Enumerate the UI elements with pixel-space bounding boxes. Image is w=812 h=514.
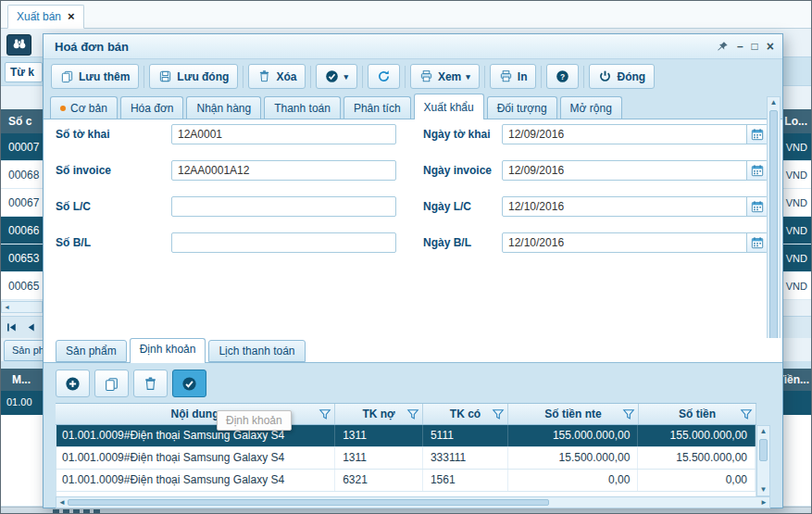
toolbar-luu-them-button[interactable]: Lưu thêm <box>51 64 139 89</box>
tab-co-ban[interactable]: Cơ bản <box>50 96 118 119</box>
calendar-button[interactable] <box>746 125 767 144</box>
grid-row[interactable]: 01.001.0009#Điện thoại Samsung Galaxy S4… <box>56 425 756 447</box>
bg-row-currency: VND <box>786 253 807 264</box>
bg-row-number: 00065 <box>8 280 39 293</box>
caret-down-icon: ▾ <box>344 72 348 81</box>
toolbar-luu-dong-label: Lưu đóng <box>177 70 229 83</box>
tab-xuat-ban[interactable]: Xuất bán× <box>7 5 84 29</box>
grid-cell: 1561 <box>423 470 508 491</box>
scroll-left-icon[interactable]: ◄ <box>58 497 66 508</box>
tab-nhan-hang[interactable]: Nhận hàng <box>186 96 261 119</box>
form-area: Số tờ khaiNgày tờ khaiSố invoiceNgày inv… <box>44 119 782 338</box>
tab-label: Thanh toán <box>274 98 331 119</box>
filter-icon[interactable] <box>406 407 419 420</box>
tab-xuat-khau[interactable]: Xuất khẩu <box>414 94 484 119</box>
dialog-toolbar: Lưu thêmLưu đóngXóa▾Xem▾In?Đóng <box>44 59 782 94</box>
calendar-icon <box>751 200 764 213</box>
filter-icon[interactable] <box>492 407 505 420</box>
grid-cell: 1311 <box>335 425 423 446</box>
grid-hscrollbar[interactable]: ◄ ► <box>56 496 770 508</box>
tab-label: Hóa đơn <box>131 98 174 119</box>
status-icon <box>83 509 90 514</box>
detail-tab-dinh-khoan[interactable]: Định khoản <box>130 338 206 363</box>
toolbar-dong-button[interactable]: Đóng <box>589 64 655 89</box>
first-page-button[interactable] <box>6 321 18 333</box>
scroll-thumb[interactable] <box>759 439 768 461</box>
input-so-invoice[interactable] <box>171 160 396 181</box>
toolbar-xoa-button[interactable]: Xóa <box>248 64 306 89</box>
grid-delete-button[interactable] <box>133 370 168 397</box>
scroll-up-icon[interactable]: ▲ <box>770 97 778 108</box>
grid-body: 01.001.0009#Điện thoại Samsung Galaxy S4… <box>56 425 756 496</box>
tab-phan-tich[interactable]: Phân tích <box>344 96 411 119</box>
toolbar-help-button[interactable]: ? <box>546 64 579 89</box>
field-label: Số B/L <box>56 235 176 250</box>
detail-tab-san-pham[interactable]: Sản phẩm <box>56 340 127 362</box>
pin-icon[interactable] <box>717 41 729 53</box>
grid-vscrollbar[interactable]: ▲ ▼ <box>756 425 770 496</box>
search-button[interactable] <box>6 34 31 56</box>
grid-cell: 01.001.0009#Điện thoại Samsung Galaxy S4 <box>56 447 335 469</box>
filter-icon[interactable] <box>740 407 753 420</box>
filter-field[interactable]: Từ k <box>5 62 43 82</box>
bg-row-number: 00653 <box>8 252 39 265</box>
input-so-l-c[interactable] <box>171 196 396 217</box>
tab-close-icon[interactable]: × <box>68 9 75 23</box>
toolbar-approve-button[interactable]: ▾ <box>316 64 357 89</box>
dialog-window-controls: –□× <box>717 40 782 53</box>
input-ngay-b-l[interactable] <box>503 233 746 252</box>
detail-tab-lich-thanh-toan[interactable]: Lịch thanh toán <box>208 340 305 362</box>
form-scrollbar[interactable]: ▲ ▼ <box>767 96 781 362</box>
input-so-to-khai[interactable] <box>171 124 396 144</box>
grid-cell: 01.001.0009#Điện thoại Samsung Galaxy S4 <box>56 425 335 446</box>
calendar-button[interactable] <box>746 197 767 216</box>
input-ngay-l-c[interactable] <box>503 197 746 216</box>
dialog-titlebar[interactable]: Hoá đơn bán –□× <box>44 34 782 59</box>
toolbar-xem-label: Xem <box>438 70 461 83</box>
bg-row-currency: VND <box>786 197 807 208</box>
minimize-icon[interactable]: – <box>737 40 743 53</box>
scroll-thumb[interactable] <box>68 499 549 506</box>
scroll-up-icon[interactable]: ▲ <box>760 426 768 437</box>
tab-thanh-toan[interactable]: Thanh toán <box>264 96 341 119</box>
grid-column-header-so-tien-nte: Số tiền nte <box>508 404 639 424</box>
calendar-icon <box>751 128 764 141</box>
bg-row-currency: VND <box>786 281 807 292</box>
grid-column-header-tk-co: TK có <box>423 404 508 424</box>
scroll-left-icon[interactable]: ◄ <box>4 304 10 310</box>
tab-doi-tuong[interactable]: Đối tượng <box>487 96 557 119</box>
input-ngay-to-khai[interactable] <box>503 125 746 144</box>
grid-cell: 1311 <box>335 447 423 469</box>
toolbar-in-button[interactable]: In <box>490 64 537 89</box>
bg-mini-scrollbar[interactable]: ◄ <box>1 301 43 313</box>
calendar-button[interactable] <box>746 233 767 252</box>
tab-mo-rong[interactable]: Mở rộng <box>560 96 622 119</box>
tab-label: Phân tích <box>354 98 401 119</box>
grid-row[interactable]: 01.001.0009#Điện thoại Samsung Galaxy S4… <box>56 470 756 492</box>
filter-icon[interactable] <box>319 407 331 420</box>
scroll-right-icon[interactable]: ► <box>760 497 768 508</box>
grid-copy-button[interactable] <box>94 370 129 397</box>
grid-add-button[interactable] <box>56 370 90 397</box>
printer-icon <box>499 69 513 83</box>
tab-label: Xuất khẩu <box>424 97 474 118</box>
toolbar-xem-button[interactable]: Xem▾ <box>410 64 480 89</box>
tab-hoa-don[interactable]: Hóa đơn <box>120 96 184 119</box>
prev-page-button[interactable] <box>25 321 37 333</box>
toolbar-luu-dong-button[interactable]: Lưu đóng <box>149 64 238 89</box>
close-icon[interactable]: × <box>767 40 774 53</box>
scroll-down-icon[interactable]: ▼ <box>760 484 768 495</box>
grid-confirm-button[interactable] <box>172 370 206 397</box>
scroll-thumb[interactable] <box>769 110 778 348</box>
grid-row[interactable]: 01.001.0009#Điện thoại Samsung Galaxy S4… <box>56 447 756 470</box>
toolbar-refresh-button[interactable] <box>368 64 400 89</box>
toolbar-dong-label: Đóng <box>617 70 645 83</box>
dialog-tabs: Cơ bảnHóa đơnNhận hàngThanh toánPhân tíc… <box>44 94 782 119</box>
filter-icon[interactable] <box>622 407 635 420</box>
input-so-b-l[interactable] <box>171 232 396 253</box>
field-label: Số invoice <box>56 163 176 178</box>
maximize-icon[interactable]: □ <box>752 40 758 53</box>
input-ngay-invoice[interactable] <box>503 161 746 180</box>
help-icon: ? <box>556 69 569 83</box>
calendar-button[interactable] <box>746 161 767 180</box>
